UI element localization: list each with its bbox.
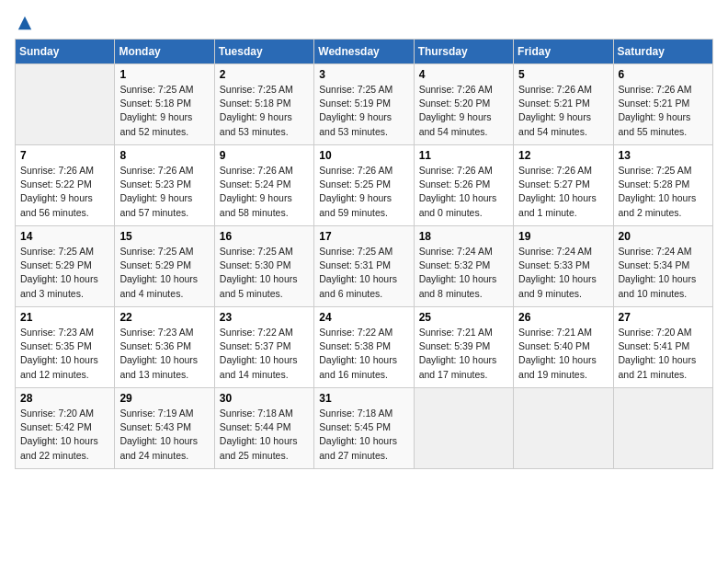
day-info: Sunrise: 7:24 AMSunset: 5:33 PMDaylight:… <box>518 245 608 301</box>
svg-marker-0 <box>18 17 31 29</box>
day-info: Sunrise: 7:26 AMSunset: 5:25 PMDaylight:… <box>319 164 408 220</box>
calendar-header-row: SundayMondayTuesdayWednesdayThursdayFrid… <box>16 40 713 64</box>
calendar-cell: 24Sunrise: 7:22 AMSunset: 5:38 PMDayligh… <box>314 307 414 388</box>
header-cell-wednesday: Wednesday <box>314 40 414 64</box>
calendar-week-5: 28Sunrise: 7:20 AMSunset: 5:42 PMDayligh… <box>16 388 713 469</box>
day-number: 4 <box>419 68 508 81</box>
header-cell-sunday: Sunday <box>16 40 115 64</box>
day-info: Sunrise: 7:25 AMSunset: 5:31 PMDaylight:… <box>319 245 408 301</box>
day-number: 8 <box>119 149 209 162</box>
calendar-cell: 18Sunrise: 7:24 AMSunset: 5:32 PMDayligh… <box>414 226 513 307</box>
calendar-cell: 23Sunrise: 7:22 AMSunset: 5:37 PMDayligh… <box>214 307 313 388</box>
calendar-cell: 1Sunrise: 7:25 AMSunset: 5:18 PMDaylight… <box>115 64 214 145</box>
day-info: Sunrise: 7:25 AMSunset: 5:28 PMDaylight:… <box>619 164 708 220</box>
calendar-cell: 10Sunrise: 7:26 AMSunset: 5:25 PMDayligh… <box>314 145 414 226</box>
calendar-cell: 28Sunrise: 7:20 AMSunset: 5:42 PMDayligh… <box>16 388 115 469</box>
day-number: 6 <box>619 68 708 81</box>
day-number: 31 <box>319 392 408 405</box>
calendar-cell: 26Sunrise: 7:21 AMSunset: 5:40 PMDayligh… <box>514 307 613 388</box>
calendar-cell: 7Sunrise: 7:26 AMSunset: 5:22 PMDaylight… <box>16 145 115 226</box>
calendar-cell: 30Sunrise: 7:18 AMSunset: 5:44 PMDayligh… <box>214 388 313 469</box>
calendar-cell: 27Sunrise: 7:20 AMSunset: 5:41 PMDayligh… <box>613 307 712 388</box>
calendar-week-3: 14Sunrise: 7:25 AMSunset: 5:29 PMDayligh… <box>16 226 713 307</box>
day-number: 5 <box>518 68 608 81</box>
day-info: Sunrise: 7:25 AMSunset: 5:30 PMDaylight:… <box>220 245 309 301</box>
calendar-cell: 14Sunrise: 7:25 AMSunset: 5:29 PMDayligh… <box>16 226 115 307</box>
day-info: Sunrise: 7:24 AMSunset: 5:32 PMDaylight:… <box>419 245 508 301</box>
day-number: 30 <box>220 392 309 405</box>
calendar-cell: 5Sunrise: 7:26 AMSunset: 5:21 PMDaylight… <box>514 64 613 145</box>
day-info: Sunrise: 7:26 AMSunset: 5:21 PMDaylight:… <box>518 83 608 139</box>
day-info: Sunrise: 7:25 AMSunset: 5:18 PMDaylight:… <box>220 83 309 139</box>
calendar-cell <box>414 388 513 469</box>
day-number: 16 <box>220 230 309 243</box>
calendar-cell: 15Sunrise: 7:25 AMSunset: 5:29 PMDayligh… <box>115 226 214 307</box>
header-cell-monday: Monday <box>115 40 214 64</box>
day-info: Sunrise: 7:26 AMSunset: 5:22 PMDaylight:… <box>20 164 109 220</box>
day-info: Sunrise: 7:21 AMSunset: 5:39 PMDaylight:… <box>419 326 508 382</box>
day-number: 15 <box>119 230 209 243</box>
day-number: 27 <box>619 311 708 324</box>
calendar-cell: 22Sunrise: 7:23 AMSunset: 5:36 PMDayligh… <box>115 307 214 388</box>
logo-icon <box>17 15 33 31</box>
day-number: 28 <box>20 392 109 405</box>
day-number: 29 <box>119 392 209 405</box>
day-number: 20 <box>619 230 708 243</box>
calendar-week-2: 7Sunrise: 7:26 AMSunset: 5:22 PMDaylight… <box>16 145 713 226</box>
calendar-cell: 19Sunrise: 7:24 AMSunset: 5:33 PMDayligh… <box>514 226 613 307</box>
day-info: Sunrise: 7:24 AMSunset: 5:34 PMDaylight:… <box>619 245 708 301</box>
calendar-cell: 9Sunrise: 7:26 AMSunset: 5:24 PMDaylight… <box>214 145 313 226</box>
day-number: 11 <box>419 149 508 162</box>
day-number: 23 <box>220 311 309 324</box>
calendar-cell: 16Sunrise: 7:25 AMSunset: 5:30 PMDayligh… <box>214 226 313 307</box>
day-number: 26 <box>518 311 608 324</box>
day-info: Sunrise: 7:18 AMSunset: 5:44 PMDaylight:… <box>220 407 309 463</box>
day-number: 7 <box>20 149 109 162</box>
day-info: Sunrise: 7:26 AMSunset: 5:20 PMDaylight:… <box>419 83 508 139</box>
logo <box>15 15 33 31</box>
calendar-cell <box>514 388 613 469</box>
calendar-cell <box>16 64 115 145</box>
header-cell-friday: Friday <box>514 40 613 64</box>
day-info: Sunrise: 7:22 AMSunset: 5:37 PMDaylight:… <box>220 326 309 382</box>
calendar-cell: 13Sunrise: 7:25 AMSunset: 5:28 PMDayligh… <box>613 145 712 226</box>
day-number: 2 <box>220 68 309 81</box>
calendar-cell: 21Sunrise: 7:23 AMSunset: 5:35 PMDayligh… <box>16 307 115 388</box>
calendar-cell: 25Sunrise: 7:21 AMSunset: 5:39 PMDayligh… <box>414 307 513 388</box>
day-number: 21 <box>20 311 109 324</box>
day-info: Sunrise: 7:26 AMSunset: 5:26 PMDaylight:… <box>419 164 508 220</box>
day-info: Sunrise: 7:26 AMSunset: 5:27 PMDaylight:… <box>518 164 608 220</box>
calendar-cell: 12Sunrise: 7:26 AMSunset: 5:27 PMDayligh… <box>514 145 613 226</box>
day-number: 9 <box>220 149 309 162</box>
day-info: Sunrise: 7:26 AMSunset: 5:23 PMDaylight:… <box>119 164 209 220</box>
calendar-cell: 8Sunrise: 7:26 AMSunset: 5:23 PMDaylight… <box>115 145 214 226</box>
day-info: Sunrise: 7:25 AMSunset: 5:18 PMDaylight:… <box>119 83 209 139</box>
calendar-cell: 3Sunrise: 7:25 AMSunset: 5:19 PMDaylight… <box>314 64 414 145</box>
calendar-week-4: 21Sunrise: 7:23 AMSunset: 5:35 PMDayligh… <box>16 307 713 388</box>
calendar-cell: 2Sunrise: 7:25 AMSunset: 5:18 PMDaylight… <box>214 64 313 145</box>
day-number: 13 <box>619 149 708 162</box>
calendar-cell: 6Sunrise: 7:26 AMSunset: 5:21 PMDaylight… <box>613 64 712 145</box>
day-number: 19 <box>518 230 608 243</box>
day-info: Sunrise: 7:19 AMSunset: 5:43 PMDaylight:… <box>119 407 209 463</box>
page-header <box>15 15 713 31</box>
day-number: 17 <box>319 230 408 243</box>
calendar-cell <box>613 388 712 469</box>
header-cell-tuesday: Tuesday <box>214 40 313 64</box>
day-number: 24 <box>319 311 408 324</box>
calendar-cell: 20Sunrise: 7:24 AMSunset: 5:34 PMDayligh… <box>613 226 712 307</box>
calendar-cell: 17Sunrise: 7:25 AMSunset: 5:31 PMDayligh… <box>314 226 414 307</box>
day-number: 18 <box>419 230 508 243</box>
day-number: 22 <box>119 311 209 324</box>
day-info: Sunrise: 7:26 AMSunset: 5:21 PMDaylight:… <box>619 83 708 139</box>
day-info: Sunrise: 7:26 AMSunset: 5:24 PMDaylight:… <box>220 164 309 220</box>
day-info: Sunrise: 7:22 AMSunset: 5:38 PMDaylight:… <box>319 326 408 382</box>
calendar-cell: 4Sunrise: 7:26 AMSunset: 5:20 PMDaylight… <box>414 64 513 145</box>
day-info: Sunrise: 7:21 AMSunset: 5:40 PMDaylight:… <box>518 326 608 382</box>
header-cell-saturday: Saturday <box>613 40 712 64</box>
calendar-body: 1Sunrise: 7:25 AMSunset: 5:18 PMDaylight… <box>16 64 713 469</box>
day-info: Sunrise: 7:25 AMSunset: 5:29 PMDaylight:… <box>20 245 109 301</box>
day-info: Sunrise: 7:25 AMSunset: 5:19 PMDaylight:… <box>319 83 408 139</box>
calendar-cell: 29Sunrise: 7:19 AMSunset: 5:43 PMDayligh… <box>115 388 214 469</box>
day-number: 14 <box>20 230 109 243</box>
